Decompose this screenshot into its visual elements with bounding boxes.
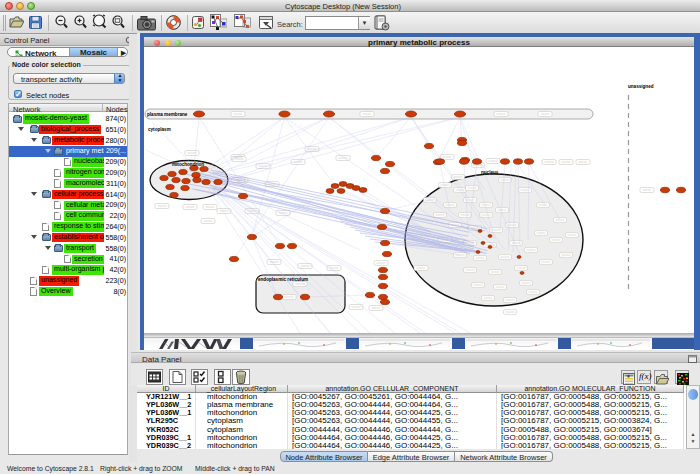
svg-text:endoplasmic reticulum: endoplasmic reticulum bbox=[258, 277, 308, 282]
svg-text:cytoplasm: cytoplasm bbox=[148, 127, 171, 132]
svg-text:mitochondrion: mitochondrion bbox=[172, 162, 204, 167]
svg-text:unassigned: unassigned bbox=[628, 84, 654, 89]
svg-text:nucleus: nucleus bbox=[481, 170, 499, 175]
svg-text:plasma membrane: plasma membrane bbox=[147, 112, 188, 117]
